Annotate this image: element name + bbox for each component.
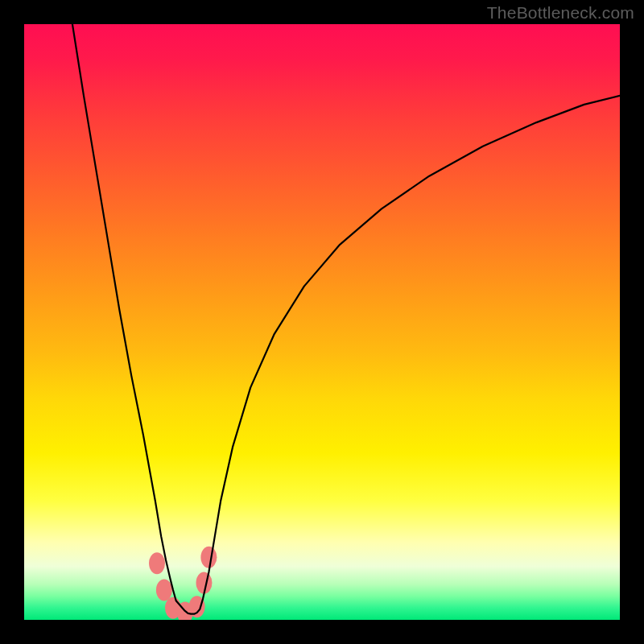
plot-area	[24, 24, 620, 620]
bottleneck-curve	[72, 24, 620, 614]
curve-marker	[149, 552, 165, 574]
watermark-text: TheBottleneck.com	[487, 3, 634, 23]
curve-marker	[200, 547, 217, 568]
chart-frame: TheBottleneck.com	[0, 0, 644, 644]
curve-marker	[156, 580, 172, 601]
curve-layer	[24, 24, 620, 620]
